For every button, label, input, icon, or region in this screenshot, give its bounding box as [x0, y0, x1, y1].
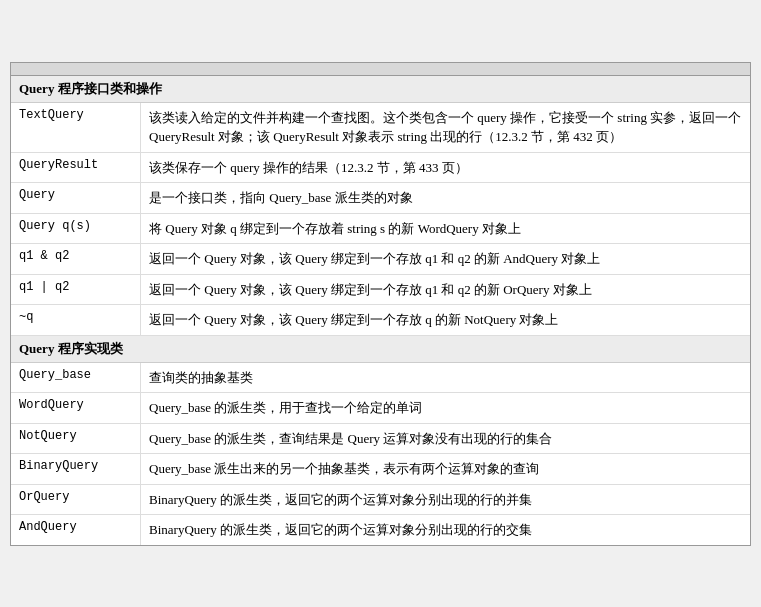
row-desc: BinaryQuery 的派生类，返回它的两个运算对象分别出现的行的交集 [141, 515, 750, 545]
table-row: QueryResult该类保存一个 query 操作的结果（12.3.2 节，第… [11, 153, 750, 184]
row-desc: Query_base 的派生类，用于查找一个给定的单词 [141, 393, 750, 423]
row-label: BinaryQuery [11, 454, 141, 484]
row-desc: 返回一个 Query 对象，该 Query 绑定到一个存放 q 的新 NotQu… [141, 305, 750, 335]
row-label: OrQuery [11, 485, 141, 515]
table-row: ~q返回一个 Query 对象，该 Query 绑定到一个存放 q 的新 Not… [11, 305, 750, 336]
row-desc: 是一个接口类，指向 Query_base 派生类的对象 [141, 183, 750, 213]
row-label: WordQuery [11, 393, 141, 423]
table-row: q1 & q2返回一个 Query 对象，该 Query 绑定到一个存放 q1 … [11, 244, 750, 275]
table-row: WordQueryQuery_base 的派生类，用于查找一个给定的单词 [11, 393, 750, 424]
row-label: q1 | q2 [11, 275, 141, 305]
section-header-1: Query 程序实现类 [11, 336, 750, 363]
row-desc: 返回一个 Query 对象，该 Query 绑定到一个存放 q1 和 q2 的新… [141, 275, 750, 305]
table-row: q1 | q2返回一个 Query 对象，该 Query 绑定到一个存放 q1 … [11, 275, 750, 306]
row-desc: 该类保存一个 query 操作的结果（12.3.2 节，第 433 页） [141, 153, 750, 183]
table-row: Query_base查询类的抽象基类 [11, 363, 750, 394]
table-row: NotQueryQuery_base 的派生类，查询结果是 Query 运算对象… [11, 424, 750, 455]
row-desc: BinaryQuery 的派生类，返回它的两个运算对象分别出现的行的并集 [141, 485, 750, 515]
row-label: QueryResult [11, 153, 141, 183]
row-label: Query [11, 183, 141, 213]
row-label: ~q [11, 305, 141, 335]
table-row: TextQuery该类读入给定的文件并构建一个查找图。这个类包含一个 query… [11, 103, 750, 153]
table-title [11, 63, 750, 76]
table-row: OrQueryBinaryQuery 的派生类，返回它的两个运算对象分别出现的行… [11, 485, 750, 516]
row-label: Query_base [11, 363, 141, 393]
row-label: AndQuery [11, 515, 141, 545]
row-desc: 查询类的抽象基类 [141, 363, 750, 393]
row-desc: 返回一个 Query 对象，该 Query 绑定到一个存放 q1 和 q2 的新… [141, 244, 750, 274]
row-desc: 该类读入给定的文件并构建一个查找图。这个类包含一个 query 操作，它接受一个… [141, 103, 750, 152]
row-label: NotQuery [11, 424, 141, 454]
row-desc: Query_base 的派生类，查询结果是 Query 运算对象没有出现的行的集… [141, 424, 750, 454]
main-table: Query 程序接口类和操作TextQuery该类读入给定的文件并构建一个查找图… [10, 62, 751, 546]
row-label: Query q(s) [11, 214, 141, 244]
table-row: Query q(s)将 Query 对象 q 绑定到一个存放着 string s… [11, 214, 750, 245]
row-label: q1 & q2 [11, 244, 141, 274]
row-label: TextQuery [11, 103, 141, 152]
row-desc: 将 Query 对象 q 绑定到一个存放着 string s 的新 WordQu… [141, 214, 750, 244]
table-row: BinaryQueryQuery_base 派生出来的另一个抽象基类，表示有两个… [11, 454, 750, 485]
table-row: Query是一个接口类，指向 Query_base 派生类的对象 [11, 183, 750, 214]
row-desc: Query_base 派生出来的另一个抽象基类，表示有两个运算对象的查询 [141, 454, 750, 484]
table-row: AndQueryBinaryQuery 的派生类，返回它的两个运算对象分别出现的… [11, 515, 750, 545]
section-header-0: Query 程序接口类和操作 [11, 76, 750, 103]
